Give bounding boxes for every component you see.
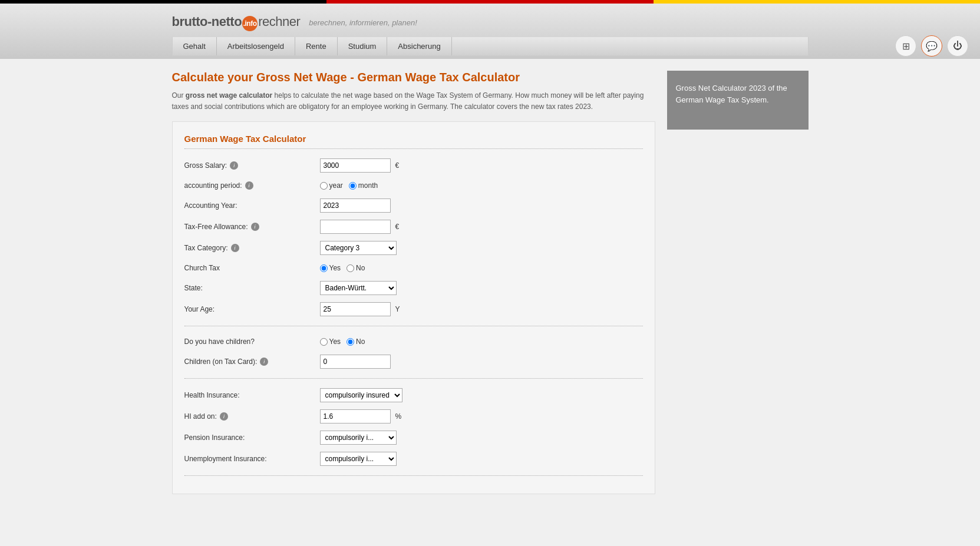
children-label: Do you have children? [184, 337, 320, 346]
power-button[interactable]: ⏻ [947, 35, 968, 57]
children-tax-card-row: Children (on Tax Card): i [184, 351, 643, 372]
nav-link-studium[interactable]: Studium [338, 37, 388, 55]
gross-salary-control: € [320, 158, 400, 173]
nav-container: Gehalt Arbeitslosengeld Rente Studium Ab… [166, 37, 814, 56]
page-title: Calculate your Gross Net Wage - German W… [172, 71, 655, 84]
content-area: Calculate your Gross Net Wage - German W… [172, 59, 809, 506]
accounting-year-label: Accounting Year: [184, 201, 320, 210]
church-tax-label: Church Tax [184, 264, 320, 272]
unemployment-insurance-row: Unemployment Insurance: compulsorily i..… [184, 448, 643, 469]
children-control: Yes No [320, 337, 365, 346]
pension-insurance-row: Pension Insurance: compulsorily i... pri… [184, 427, 643, 448]
flag-gold [654, 0, 980, 4]
nav-item-studium: Studium [338, 37, 388, 55]
period-month-option[interactable]: month [349, 181, 378, 190]
flag-red [326, 0, 653, 4]
tax-free-allowance-input[interactable] [320, 220, 391, 234]
state-select[interactable]: Baden-Württ. Bayern Berlin [320, 281, 397, 295]
church-tax-yes-radio[interactable] [320, 264, 328, 272]
pension-insurance-control: compulsorily i... privately i... [320, 431, 397, 445]
hi-add-on-label: HI add on: i [184, 412, 320, 421]
desc-bold: gross net wage calculator [186, 91, 272, 100]
tax-category-info-icon[interactable]: i [231, 244, 239, 252]
grid-icon: ⊞ [902, 41, 910, 52]
site-tagline: berechnen, informieren, planen! [309, 18, 417, 27]
page-wrapper: Calculate your Gross Net Wage - German W… [166, 59, 814, 506]
chat-icon: 💬 [926, 41, 938, 52]
hi-add-on-row: HI add on: i % [184, 406, 643, 427]
gross-salary-row: Gross Salary: i € [184, 155, 643, 176]
hi-add-on-input[interactable] [320, 409, 391, 423]
pension-insurance-label: Pension Insurance: [184, 434, 320, 442]
health-insurance-select[interactable]: compulsorily insured privately insured n… [320, 388, 402, 402]
period-month-label: month [358, 181, 378, 190]
form-section-children: Do you have children? Yes No [184, 332, 643, 379]
period-year-option[interactable]: year [320, 181, 343, 190]
gross-salary-label: Gross Salary: i [184, 161, 320, 170]
nav-link-arbeitslosengeld[interactable]: Arbeitslosengeld [217, 37, 295, 55]
tax-free-allowance-control: € [320, 220, 400, 234]
tax-category-select[interactable]: Category 1 Category 2 Category 3 Categor… [320, 241, 397, 255]
site-logo[interactable]: brutto-netto.inforechner [172, 14, 301, 31]
main-nav: Gehalt Arbeitslosengeld Rente Studium Ab… [172, 37, 809, 56]
pension-insurance-select[interactable]: compulsorily i... privately i... [320, 431, 397, 445]
children-tax-card-input[interactable] [320, 355, 391, 369]
desc-pre: Our [172, 91, 186, 100]
nav-item-gehalt: Gehalt [173, 37, 217, 55]
children-yes-radio[interactable] [320, 338, 328, 346]
accounting-period-label: accounting period: i [184, 181, 320, 190]
hi-add-on-unit: % [395, 412, 402, 421]
logo-dot: .info [242, 16, 258, 31]
nav-item-absicherung: Absicherung [387, 37, 451, 55]
nav-link-absicherung[interactable]: Absicherung [387, 37, 451, 55]
period-year-radio[interactable] [320, 182, 328, 190]
church-tax-row: Church Tax Yes No [184, 259, 643, 277]
tax-free-allowance-info-icon[interactable]: i [251, 223, 259, 231]
age-control: Y [320, 302, 400, 316]
nav-link-rente[interactable]: Rente [295, 37, 338, 55]
gross-salary-info-icon[interactable]: i [230, 161, 238, 170]
children-yes-option[interactable]: Yes [320, 337, 341, 346]
children-tax-card-label: Children (on Tax Card): i [184, 358, 320, 366]
main-content: Calculate your Gross Net Wage - German W… [172, 71, 655, 494]
flag-black [0, 0, 326, 4]
gross-salary-input[interactable] [320, 158, 391, 173]
calc-title: German Wage Tax Calculator [184, 134, 643, 149]
unemployment-insurance-select[interactable]: compulsorily i... voluntarily i... [320, 452, 397, 466]
flag-bar [0, 0, 980, 4]
church-tax-no-option[interactable]: No [347, 264, 365, 272]
nav-link-gehalt[interactable]: Gehalt [173, 37, 217, 55]
age-unit: Y [395, 305, 400, 313]
logo-brutto: brutto-netto [172, 14, 242, 29]
children-no-radio[interactable] [347, 338, 354, 346]
sidebar: Gross Net Calculator 2023 of the German … [667, 71, 809, 494]
header-section: brutto-netto.inforechner berechnen, info… [0, 4, 980, 59]
state-label: State: [184, 284, 320, 292]
tax-category-label: Tax Category: i [184, 244, 320, 252]
health-insurance-label: Health Insurance: [184, 391, 320, 399]
grid-button[interactable]: ⊞ [895, 35, 916, 57]
age-label: Your Age: [184, 305, 320, 313]
age-input[interactable] [320, 302, 391, 316]
nav-item-rente: Rente [295, 37, 338, 55]
header-inner: brutto-netto.inforechner berechnen, info… [166, 4, 814, 37]
calculator-box: German Wage Tax Calculator Gross Salary:… [172, 121, 655, 494]
accounting-period-info-icon[interactable]: i [245, 181, 253, 190]
sidebar-box: Gross Net Calculator 2023 of the German … [667, 71, 809, 130]
church-tax-yes-option[interactable]: Yes [320, 264, 341, 272]
church-tax-no-radio[interactable] [347, 264, 354, 272]
period-month-radio[interactable] [349, 182, 357, 190]
page-description: Our gross net wage calculator helps to c… [172, 90, 655, 112]
children-yes-label: Yes [329, 337, 341, 346]
sidebar-text: Gross Net Calculator 2023 of the German … [676, 82, 800, 105]
children-tax-card-info-icon[interactable]: i [260, 358, 268, 366]
children-no-option[interactable]: No [347, 337, 365, 346]
accounting-period-control: year month [320, 181, 378, 190]
hi-add-on-info-icon[interactable]: i [220, 412, 228, 421]
chat-button[interactable]: 💬 [921, 35, 942, 57]
accounting-year-input[interactable] [320, 198, 391, 213]
tax-free-allowance-row: Tax-Free Allowance: i € [184, 216, 643, 237]
children-tax-card-control [320, 355, 391, 369]
health-insurance-row: Health Insurance: compulsorily insured p… [184, 385, 643, 406]
site-header: brutto-netto.inforechner berechnen, info… [172, 8, 809, 34]
